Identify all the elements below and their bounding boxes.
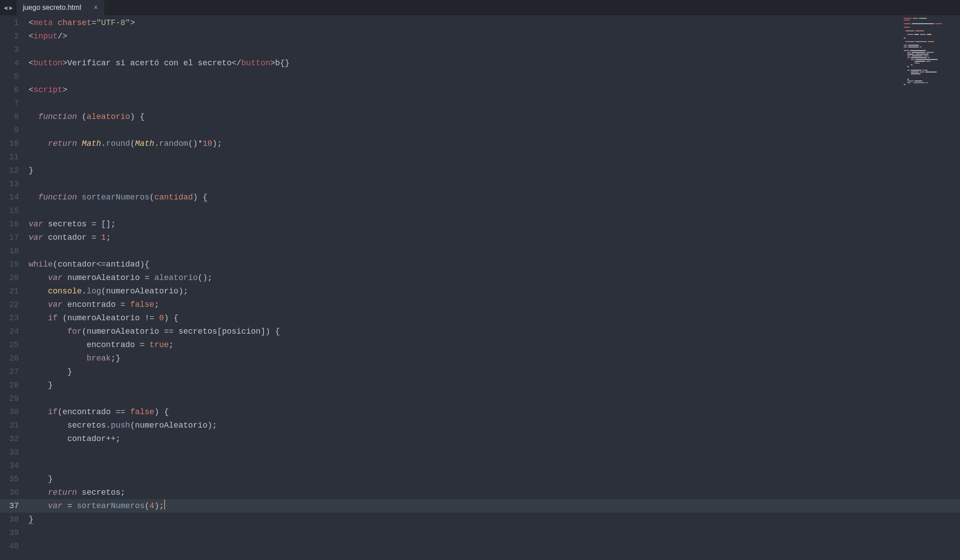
code-line[interactable]: while(contador<=antidad){ [25, 258, 960, 271]
minimap[interactable] [904, 18, 957, 89]
tab-title: juego secreto.html [23, 4, 81, 12]
tab-bar: ◀ ▶ juego secreto.html × [0, 0, 960, 15]
code-line[interactable]: var encontrado = false; [25, 298, 960, 311]
line-number[interactable]: 32 [0, 432, 25, 445]
nav-next-icon[interactable]: ▶ [9, 4, 13, 12]
code-line[interactable]: <script> [25, 83, 960, 97]
code-line[interactable]: var numeroAleatorio = aleatorio(); [25, 271, 960, 284]
code-line[interactable]: var contador = 1; [25, 231, 960, 244]
line-gutter[interactable]: 1234567891011121314151617181920212223242… [0, 15, 25, 560]
line-number[interactable]: 35 [0, 472, 25, 486]
code-line[interactable] [25, 445, 960, 459]
code-line[interactable]: <meta charset="UTF-8"> [25, 16, 960, 30]
code-line[interactable] [25, 526, 960, 539]
code-line[interactable]: secretos.push(numeroAleatorio); [25, 419, 960, 432]
tab-nav-arrows: ◀ ▶ [0, 0, 17, 15]
code-line[interactable] [25, 204, 960, 217]
code-line[interactable]: } [25, 472, 960, 486]
text-cursor [164, 500, 165, 509]
code-line[interactable]: } [25, 164, 960, 177]
code-line[interactable]: <input/> [25, 30, 960, 43]
line-number[interactable]: 22 [0, 298, 25, 311]
code-line[interactable]: return secretos; [25, 486, 960, 499]
line-number[interactable]: 4 [0, 56, 25, 70]
line-number[interactable]: 24 [0, 325, 25, 338]
code-line[interactable]: return Math.round(Math.random()*10); [25, 137, 960, 150]
code-line[interactable]: break;} [25, 352, 960, 365]
code-area[interactable]: <meta charset="UTF-8"><input/><button>Ve… [25, 15, 960, 560]
line-number[interactable]: 13 [0, 177, 25, 191]
code-line[interactable] [25, 97, 960, 110]
line-number[interactable]: 18 [0, 244, 25, 258]
line-number[interactable]: 11 [0, 150, 25, 164]
line-number[interactable]: 29 [0, 392, 25, 405]
code-line[interactable]: var = sortearNumeros(4); [25, 499, 960, 513]
code-line[interactable] [25, 244, 960, 258]
line-number[interactable]: 5 [0, 70, 25, 83]
line-number[interactable]: 33 [0, 445, 25, 459]
line-number[interactable]: 19 [0, 258, 25, 271]
line-number[interactable]: 17 [0, 231, 25, 244]
line-number[interactable]: 40 [0, 539, 25, 553]
tab-close-icon[interactable]: × [94, 4, 98, 12]
line-number[interactable]: 37 [0, 499, 25, 513]
line-number[interactable]: 28 [0, 378, 25, 392]
line-number[interactable]: 39 [0, 526, 25, 539]
line-number[interactable]: 10 [0, 137, 25, 150]
line-number[interactable]: 12 [0, 164, 25, 177]
code-line[interactable]: } [25, 378, 960, 392]
nav-prev-icon[interactable]: ◀ [4, 4, 7, 12]
code-line[interactable]: <button>Verificar si acertó con el secre… [25, 56, 960, 70]
code-line[interactable]: if (numeroAleatorio != 0) { [25, 311, 960, 325]
line-number[interactable]: 38 [0, 513, 25, 526]
line-number[interactable]: 1 [0, 16, 25, 30]
code-line[interactable]: function sortearNumeros(cantidad) { [25, 191, 960, 204]
code-line[interactable]: contador++; [25, 432, 960, 445]
line-number[interactable]: 14 [0, 191, 25, 204]
line-number[interactable]: 36 [0, 486, 25, 499]
editor: 1234567891011121314151617181920212223242… [0, 15, 960, 560]
code-line[interactable]: encontrado = true; [25, 338, 960, 352]
code-line[interactable] [25, 539, 960, 553]
tab-active[interactable]: juego secreto.html × [17, 0, 104, 15]
line-number[interactable]: 27 [0, 365, 25, 378]
code-line[interactable] [25, 392, 960, 405]
line-number[interactable]: 9 [0, 123, 25, 137]
line-number[interactable]: 2 [0, 30, 25, 43]
line-number[interactable]: 7 [0, 97, 25, 110]
line-number[interactable]: 31 [0, 419, 25, 432]
code-line[interactable]: } [25, 365, 960, 378]
line-number[interactable]: 15 [0, 204, 25, 217]
code-line[interactable] [25, 150, 960, 164]
line-number[interactable]: 6 [0, 83, 25, 97]
code-line[interactable]: for(numeroAleatorio == secretos[posicion… [25, 325, 960, 338]
code-line[interactable]: function (aleatorio) { [25, 110, 960, 123]
line-number[interactable]: 3 [0, 43, 25, 56]
line-number[interactable]: 20 [0, 271, 25, 284]
line-number[interactable]: 16 [0, 217, 25, 231]
line-number[interactable]: 34 [0, 459, 25, 472]
code-line[interactable]: if(encontrado == false) { [25, 405, 960, 419]
code-line[interactable]: console.log(numeroAleatorio); [25, 284, 960, 298]
code-line[interactable] [25, 70, 960, 83]
code-line[interactable] [25, 123, 960, 137]
code-line[interactable] [25, 43, 960, 56]
line-number[interactable]: 21 [0, 284, 25, 298]
line-number[interactable]: 8 [0, 110, 25, 123]
code-line[interactable]: } [25, 513, 960, 526]
code-line[interactable] [25, 459, 960, 472]
line-number[interactable]: 25 [0, 338, 25, 352]
line-number[interactable]: 23 [0, 311, 25, 325]
line-number[interactable]: 26 [0, 352, 25, 365]
code-line[interactable]: var secretos = []; [25, 217, 960, 231]
line-number[interactable]: 30 [0, 405, 25, 419]
code-line[interactable] [25, 177, 960, 191]
